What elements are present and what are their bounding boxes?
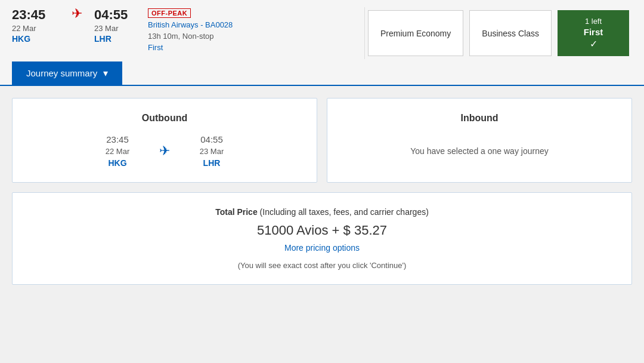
total-price-bold: Total Price: [215, 207, 258, 217]
arrival-column: 04:55 23 Mar LHR: [94, 7, 142, 44]
cabin-options: Premium Economy Business Class 1 left Fi…: [364, 7, 632, 59]
outbound-departure: 23:45 22 Mar HKG: [88, 134, 147, 168]
flight-header: 23:45 22 Mar HKG ✈ 04:55 23 Mar LHR OFF-…: [0, 0, 644, 86]
first-class-option[interactable]: 1 left First ✓: [558, 10, 629, 56]
premium-economy-option[interactable]: Premium Economy: [368, 10, 463, 56]
premium-economy-label: Premium Economy: [380, 29, 451, 38]
inbound-card: Inbound You have selected a one way jour…: [327, 98, 632, 183]
journey-cards: Outbound 23:45 22 Mar HKG ✈ 04:55 23 Mar…: [12, 98, 632, 183]
departure-airport-link[interactable]: HKG: [12, 34, 60, 44]
flight-meta: OFF-PEAK British Airways - BA0028 13h 10…: [142, 7, 233, 52]
outbound-title: Outbound: [30, 113, 299, 124]
first-class-label: First: [584, 27, 603, 37]
more-pricing-options-link[interactable]: More pricing options: [30, 243, 614, 253]
arrival-time: 04:55: [94, 7, 142, 23]
airline-link[interactable]: British Airways - BA0028: [148, 20, 233, 29]
departure-time: 23:45: [12, 7, 60, 23]
first-class-link[interactable]: First: [148, 43, 233, 52]
outbound-dep-date: 22 Mar: [106, 147, 129, 156]
pricing-note: (You will see exact cost after you click…: [30, 261, 614, 270]
seats-left-label: 1 left: [585, 17, 602, 26]
flight-info-row: 23:45 22 Mar HKG ✈ 04:55 23 Mar LHR OFF-…: [12, 7, 632, 59]
total-price-suffix: (Including all taxes, fees, and carrier …: [260, 207, 429, 217]
price-amount: 51000 Avios + $ 35.27: [30, 223, 614, 238]
main-content: Outbound 23:45 22 Mar HKG ✈ 04:55 23 Mar…: [0, 86, 644, 297]
flight-duration: 13h 10m, Non-stop: [148, 32, 233, 41]
selected-check-icon: ✓: [590, 38, 597, 50]
off-peak-badge: OFF-PEAK: [148, 8, 191, 18]
chevron-down-icon: ▾: [103, 67, 108, 79]
airline-logo-col: ✈: [60, 7, 94, 20]
flight-details: 23:45 22 Mar HKG ✈ 04:55 23 Mar LHR OFF-…: [12, 7, 352, 59]
journey-summary-button[interactable]: Journey summary ▾: [12, 61, 122, 85]
business-class-option[interactable]: Business Class: [469, 10, 552, 56]
departure-column: 23:45 22 Mar HKG: [12, 7, 60, 44]
business-class-label: Business Class: [482, 29, 539, 38]
one-way-message: You have selected a one way journey: [345, 134, 614, 168]
total-price-label: Total Price (Including all taxes, fees, …: [30, 207, 614, 217]
arrival-date: 23 Mar: [94, 24, 142, 33]
tab-row: Journey summary ▾: [12, 61, 632, 85]
outbound-arr-time: 04:55: [200, 134, 223, 144]
price-card: Total Price (Including all taxes, fees, …: [12, 192, 632, 285]
journey-summary-label: Journey summary: [26, 68, 97, 78]
outbound-dep-airport[interactable]: HKG: [108, 158, 126, 168]
plane-icon: ✈: [147, 143, 182, 159]
arrival-airport-link[interactable]: LHR: [94, 34, 142, 44]
inbound-title: Inbound: [345, 113, 614, 124]
outbound-arr-airport[interactable]: LHR: [203, 158, 221, 168]
outbound-arr-date: 23 Mar: [200, 147, 224, 156]
outbound-dep-time: 23:45: [106, 134, 129, 144]
ba-logo-icon: ✈: [72, 7, 82, 20]
outbound-flight-info: 23:45 22 Mar HKG ✈ 04:55 23 Mar LHR: [30, 134, 299, 168]
departure-date: 22 Mar: [12, 24, 60, 33]
outbound-arrival: 04:55 23 Mar LHR: [182, 134, 242, 168]
outbound-card: Outbound 23:45 22 Mar HKG ✈ 04:55 23 Mar…: [12, 98, 317, 183]
